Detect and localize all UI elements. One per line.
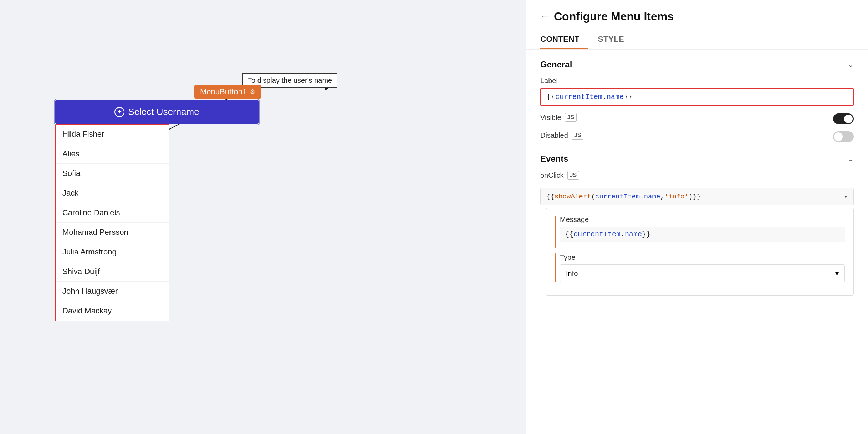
select-username-button[interactable]: + Select Username — [55, 100, 259, 124]
menu-button-chip: MenuButton1 ⚙ — [194, 85, 261, 99]
list-item[interactable]: John Haugsvær — [56, 282, 169, 301]
list-item[interactable]: Julia Armstrong — [56, 242, 169, 262]
panel-back-row: ← Configure Menu Items — [540, 10, 854, 23]
tab-content[interactable]: CONTENT — [540, 30, 588, 49]
widget-container: MenuButton1 ⚙ + Select Username Hilda Fi… — [55, 100, 259, 321]
label-field-row: Label {{currentItem.name}} — [540, 77, 854, 106]
type-row: Type Info ▾ — [555, 253, 845, 282]
message-content: Message {{currentItem.name}} — [560, 216, 845, 248]
visible-js-badge[interactable]: JS — [565, 113, 577, 122]
tooltip-text: To display the user's name — [248, 76, 332, 84]
type-label: Type — [560, 253, 845, 262]
visible-label: Visible JS — [540, 113, 577, 122]
disabled-js-badge[interactable]: JS — [572, 131, 584, 140]
list-item[interactable]: David Mackay — [56, 301, 169, 321]
list-item[interactable]: Caroline Daniels — [56, 203, 169, 223]
general-chevron-icon[interactable]: ⌄ — [847, 60, 854, 69]
general-section-header: General ⌄ — [540, 60, 854, 70]
label-input[interactable]: {{currentItem.name}} — [540, 88, 854, 106]
visible-toggle[interactable] — [833, 113, 854, 124]
onclick-select[interactable]: {{showAlert(currentItem.name,'info')}} ▾ — [540, 188, 854, 205]
onclick-dropdown-arrow: ▾ — [844, 193, 848, 201]
show-alert-panel: Message {{currentItem.name}} Type Info ▾ — [546, 208, 854, 296]
panel-body: General ⌄ Label {{currentItem.name}} Vis… — [526, 50, 868, 434]
list-item[interactable]: Hilda Fisher — [56, 125, 169, 144]
list-item[interactable]: Jack — [56, 183, 169, 203]
message-value: {{currentItem.name}} — [560, 227, 845, 242]
message-divider — [555, 216, 556, 248]
events-section-header: Events ⌄ — [540, 154, 854, 164]
type-content: Type Info ▾ — [560, 253, 845, 282]
dropdown-list: Hilda Fisher Alies Sofia Jack Caroline D… — [55, 124, 169, 321]
events-chevron-icon[interactable]: ⌄ — [847, 154, 854, 163]
onclick-value: {{showAlert(currentItem.name,'info')}} — [546, 193, 701, 201]
disabled-toggle-knob — [834, 132, 843, 141]
message-row: Message {{currentItem.name}} — [555, 216, 845, 248]
plus-icon: + — [114, 107, 124, 117]
disabled-field-row: Disabled JS — [540, 131, 854, 142]
visible-toggle-knob — [844, 115, 853, 123]
list-item[interactable]: Mohamad Persson — [56, 223, 169, 242]
type-value: Info — [566, 269, 578, 278]
panel-header: ← Configure Menu Items CONTENT STYLE — [526, 0, 868, 50]
right-panel: ← Configure Menu Items CONTENT STYLE Gen… — [526, 0, 868, 434]
canvas-area: To display the user's name MenuButton1 ⚙… — [0, 0, 526, 434]
type-select[interactable]: Info ▾ — [560, 264, 845, 282]
visible-field-row: Visible JS — [540, 113, 854, 125]
select-username-label: Select Username — [128, 106, 199, 117]
events-section-title: Events — [540, 154, 568, 164]
gear-icon: ⚙ — [250, 88, 255, 96]
type-dropdown-arrow: ▾ — [835, 269, 839, 278]
disabled-toggle[interactable] — [833, 131, 854, 142]
events-section: Events ⌄ onClick JS {{showAlert(currentI… — [540, 154, 854, 296]
list-item[interactable]: Alies — [56, 144, 169, 164]
panel-title: Configure Menu Items — [554, 10, 674, 23]
menu-button-chip-label: MenuButton1 — [200, 87, 247, 96]
label-field-label: Label — [540, 77, 854, 85]
general-section: General ⌄ Label {{currentItem.name}} Vis… — [540, 60, 854, 142]
message-label: Message — [560, 216, 845, 224]
type-divider — [555, 253, 556, 282]
disabled-label: Disabled JS — [540, 131, 583, 140]
panel-tabs: CONTENT STYLE — [540, 30, 854, 49]
list-item[interactable]: Shiva Duijf — [56, 262, 169, 282]
tab-style[interactable]: STYLE — [598, 30, 633, 49]
onclick-label: onClick JS — [540, 171, 579, 180]
general-section-title: General — [540, 60, 572, 70]
back-button[interactable]: ← — [540, 11, 550, 22]
onclick-js-badge[interactable]: JS — [567, 171, 579, 180]
list-item[interactable]: Sofia — [56, 164, 169, 183]
onclick-row: onClick JS — [540, 171, 854, 182]
